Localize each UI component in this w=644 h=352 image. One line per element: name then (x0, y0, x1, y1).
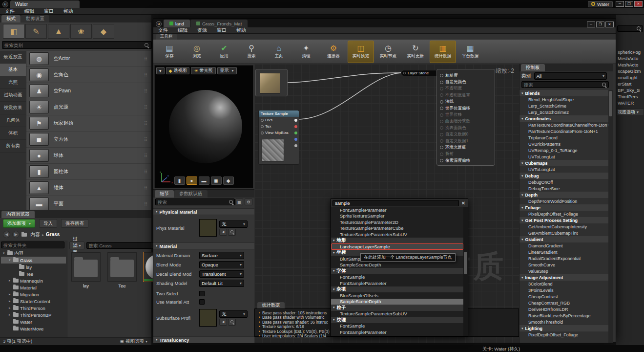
menu-item[interactable]: 窗口 (39, 8, 59, 15)
palette-entry[interactable]: DepthFromWorldPosition (519, 198, 608, 204)
context-menu-item[interactable]: TextureSampleParameterSubUV (331, 311, 463, 317)
class-search-input[interactable] (2, 41, 152, 49)
context-menu-item[interactable]: TextureSampleParameterSubUV (331, 231, 463, 238)
place-actor-row[interactable]: ♟ 空Pawn (26, 83, 151, 99)
settings-icon[interactable]: ⚙ (245, 198, 252, 205)
folder-tree-item[interactable]: Water (1, 318, 66, 325)
palette-category-select[interactable]: All (534, 72, 607, 80)
palette-entry[interactable]: Blend_HeightAndSlope (519, 96, 608, 103)
palette-entry[interactable]: Lighting (519, 325, 608, 331)
place-actor-row[interactable]: ◍ 空Actor (26, 51, 151, 66)
material-input-pin[interactable]: 粗糙度 (437, 72, 495, 79)
show-button[interactable]: 显示 (217, 67, 237, 74)
phys-material-thumbnail[interactable] (199, 219, 217, 237)
folder-tree-item[interactable]: ▾ Grass (1, 257, 66, 264)
folder-tree-item[interactable]: Material (1, 284, 66, 291)
tab-modes[interactable]: 模式 (1, 15, 21, 22)
node-search-input[interactable] (332, 200, 459, 206)
use-selected-asset-icon[interactable]: ◄ (219, 319, 227, 326)
palette-entry[interactable]: RadialGradientExponential (519, 255, 608, 262)
forward-button[interactable]: ▶ (12, 231, 20, 238)
maximize-button[interactable] (625, 1, 633, 7)
palette-entry[interactable]: DiamondGradient (519, 242, 608, 249)
context-menu-item[interactable]: FontSample (331, 274, 463, 281)
palette-entry[interactable]: PanTextureCoordinateChannelfrom-1ton+1 (519, 122, 608, 128)
folder-tree-item[interactable]: ▸ Migration (1, 291, 66, 298)
tab-palette[interactable]: 控制板 (521, 64, 545, 71)
place-actor-row[interactable]: ▮ 圆柱体 (26, 164, 151, 179)
drag-grip-icon[interactable] (144, 121, 147, 126)
tab-details[interactable]: 细节 (155, 190, 174, 198)
material-input-pin[interactable]: 环境光遮蔽 (437, 144, 495, 151)
drag-grip-icon[interactable] (144, 72, 147, 78)
filters-button[interactable]: 过滤器 (69, 242, 84, 249)
subsurface-profile-select[interactable]: 无 (219, 310, 248, 318)
foliage-mode-icon[interactable]: ❀ (70, 24, 92, 39)
folder-tree-item[interactable]: ▸ ThirdPersonBP (1, 311, 66, 318)
outliner-item[interactable]: ionalLight (616, 74, 644, 81)
place-category[interactable]: 最近放置 (0, 51, 26, 64)
context-menu-item[interactable]: 纹理 (331, 317, 463, 323)
palette-entry[interactable]: Coordinates (519, 115, 608, 122)
palette-entry[interactable]: UVBrickPatterns (519, 141, 608, 147)
palette-entry[interactable]: TriplanarCoord (519, 134, 608, 141)
palette-entry[interactable]: 3PointLevels (519, 287, 608, 293)
material-input-pin[interactable]: 自定义数据0 (437, 132, 495, 138)
tab-stats[interactable]: 统计数据 (257, 302, 285, 308)
place-category[interactable]: 基本 (0, 64, 26, 76)
editor-tab[interactable]: Grass_Fronds_Mat (190, 20, 248, 27)
outliner-item[interactable]: scapeGizm (616, 68, 644, 74)
place-category[interactable]: 光照 (0, 76, 26, 89)
material-output-node[interactable]: 粗糙度 自发光颜色 不透明度 不透明度遮罩 (436, 69, 495, 166)
palette-entry[interactable]: Image Adjustment (519, 274, 608, 281)
outliner-item[interactable]: MeshActo (616, 62, 644, 68)
b-output-pin[interactable] (294, 138, 297, 141)
folder-tree-item[interactable]: WaterMove (1, 325, 66, 332)
breadcrumb[interactable]: 内容 Grass (21, 231, 60, 238)
place-actor-row[interactable]: ◉ 空角色 (26, 67, 151, 83)
details-search-input[interactable] (155, 198, 235, 205)
outliner-item[interactable]: WATER (616, 100, 644, 106)
palette-entry[interactable]: UVRemap_0-1_ToRange (519, 147, 608, 154)
menu-item[interactable]: 编辑 (20, 8, 39, 15)
menu-item[interactable]: 帮助 (59, 8, 78, 15)
folder-search-input[interactable] (1, 242, 64, 248)
window-close-button[interactable] (605, 22, 614, 27)
material-domain-select[interactable]: Surface (199, 252, 244, 259)
live-update-icon[interactable]: ↻ 实时更新 (402, 41, 429, 63)
custom-mesh-shape-icon[interactable]: ◆ (223, 176, 234, 185)
blend-mode-select[interactable]: Opaque (199, 261, 244, 268)
texture-sample-node[interactable]: Texture Sample UVs Tex View MipBias (258, 110, 299, 165)
palette-entry[interactable]: PixelDepthOffset_Foliage (519, 331, 608, 338)
context-menu-item[interactable]: FontSampleParameter (331, 329, 463, 335)
palette-entry[interactable]: SmoothCurve (519, 262, 608, 268)
context-menu-item[interactable]: LandscapeLayerSample (331, 243, 463, 250)
place-mode-icon[interactable]: ◧ (3, 24, 24, 39)
outliner-item[interactable]: MeshActo (616, 55, 644, 62)
palette-entry[interactable]: Gradient (519, 236, 608, 242)
drag-grip-icon[interactable] (144, 137, 147, 142)
landscape-mode-icon[interactable]: ▲ (48, 24, 69, 39)
browse-icon[interactable]: ◎ 浏览 (184, 41, 210, 63)
geometry-mode-icon[interactable]: ◆ (93, 24, 114, 39)
section-translucency[interactable]: Translucency (153, 336, 254, 343)
material-input-pin[interactable]: 折射 (437, 151, 495, 157)
asset-search-input[interactable] (86, 242, 156, 249)
back-button[interactable]: ◀ (3, 231, 10, 238)
palette-entry[interactable]: Cubemaps (519, 160, 608, 166)
context-menu-item[interactable]: SampleSceneDepth (331, 299, 463, 305)
tab-world-settings[interactable]: 世界设置 (21, 15, 49, 22)
folder-tree-item[interactable]: ▾ 内容 (1, 250, 66, 257)
home-icon[interactable]: ⌂ 主页 (266, 41, 292, 63)
palette-entry[interactable]: UVToLongLat (519, 154, 608, 160)
palette-search-input[interactable] (521, 81, 609, 88)
preview-viewport[interactable]: ▾ ◆透视图 ☀带光照 显示 z x y ▮ ● ▬ (154, 65, 253, 188)
close-button[interactable] (634, 1, 643, 7)
menu-item[interactable]: 文件 (0, 8, 20, 15)
editor-menu-item[interactable]: 资源 (192, 27, 212, 34)
section-material[interactable]: Material (153, 242, 254, 249)
outliner-view-options-button[interactable]: 视图选项 (616, 109, 644, 116)
palette-entry[interactable]: DebugOnOff (519, 179, 608, 185)
palette-entry[interactable]: LinearGradient (519, 249, 608, 255)
rgb-output-pin[interactable] (294, 119, 297, 122)
